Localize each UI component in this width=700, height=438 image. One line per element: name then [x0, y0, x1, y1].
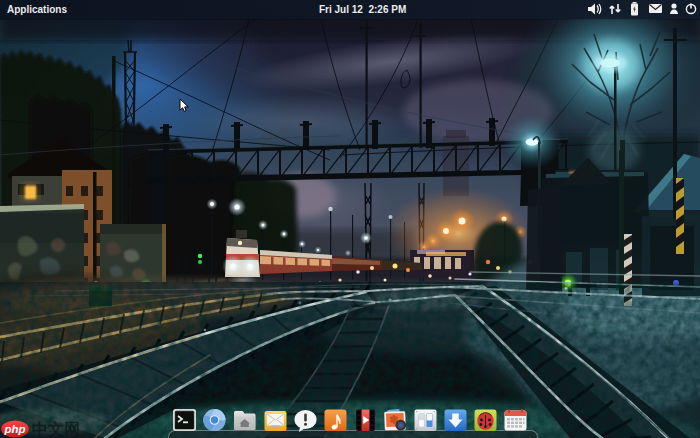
svg-text:中文网: 中文网 [32, 420, 80, 438]
svg-text:php: php [3, 423, 25, 435]
